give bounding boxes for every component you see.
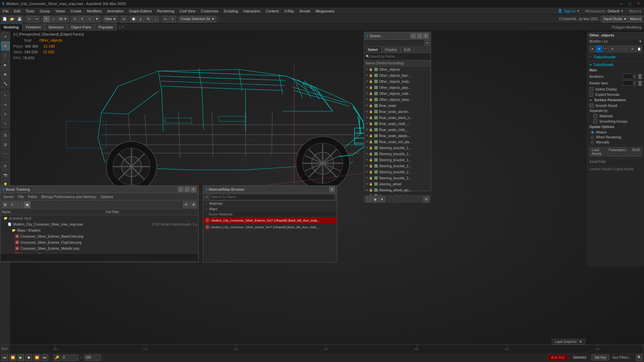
prev-frame-btn[interactable]: ⏪ <box>9 354 16 361</box>
asset-item-3[interactable]: RCrossover_Silver_Exterior_BaseColor.png <box>0 233 198 239</box>
render-iters-down[interactable]: ▼ <box>638 83 642 86</box>
mod-icon-sphere[interactable]: ● <box>589 46 595 52</box>
menu-file[interactable]: File <box>0 8 11 14</box>
scene-item-19[interactable]: 👁🔒steering_wheel <box>364 181 431 187</box>
scene-minimize[interactable]: ─ <box>411 33 416 39</box>
scale-btn[interactable]: ⤡ <box>86 16 93 22</box>
layer-explorer[interactable]: Layer Explorer ▼ <box>552 339 585 345</box>
redo-btn[interactable]: ↪ <box>33 16 40 22</box>
turbosmooth-item[interactable]: ✓ TurboSmooth <box>587 54 644 60</box>
motion-btn[interactable]: ▶ <box>1 60 10 69</box>
workspace-dropdown[interactable]: ▼ <box>621 9 624 13</box>
sbi-display[interactable]: ◉ <box>372 196 378 202</box>
pivot-btn[interactable]: ⊙ <box>120 16 127 22</box>
create-selection-btn[interactable]: Create Selection Se ▼ <box>179 16 216 22</box>
tab-populate[interactable]: Populate <box>95 23 116 31</box>
scene-item-14[interactable]: 👁🔒Steering_knuckle_1... <box>364 151 431 157</box>
scene-item-13[interactable]: 👁🔒Steering_knuckle_1... <box>364 145 431 151</box>
scale-tool[interactable]: ⤡ <box>1 119 10 128</box>
open-file-btn[interactable]: 📂 <box>9 16 15 22</box>
parameters-btn[interactable]: Parameters <box>606 147 629 157</box>
hierarchy-btn[interactable]: ⬡ <box>1 51 10 60</box>
asset-item-5[interactable]: RCrossover_Silver_Exterior_Metallic.png <box>0 245 198 251</box>
scene-item-12[interactable]: 👁🔒Rear_seats_red_pla... <box>364 139 431 145</box>
turbosmooth-check[interactable]: ✓ <box>589 55 592 59</box>
mod-icon-modifier[interactable]: ⚙ <box>596 46 602 52</box>
sign-in-btn[interactable]: Sign In <box>564 9 575 13</box>
tab-object-paint[interactable]: Object Paint <box>67 23 95 31</box>
minimize-btn[interactable]: ─ <box>618 2 625 6</box>
macro-btn[interactable]: Macro1 <box>629 16 643 22</box>
menu-customize[interactable]: Customize <box>198 8 221 14</box>
key-filters-btn[interactable]: Key Filters... <box>610 355 633 360</box>
squid-studio-btn[interactable]: Squid Studio ▼ <box>602 16 628 22</box>
asset-item-4[interactable]: RCrossover_Silver_Exterior_FogColor.png <box>0 239 198 245</box>
auto-key-btn[interactable]: Auto Key <box>548 355 568 360</box>
asset-close[interactable]: ✕ <box>191 187 196 192</box>
display-btn[interactable]: ◉ <box>1 70 10 78</box>
sign-in-dropdown[interactable]: ▼ <box>577 9 580 13</box>
asset-restore[interactable]: □ <box>184 187 190 192</box>
modify-btn[interactable]: ⚙ <box>1 42 10 50</box>
move-btn[interactable]: ✛ <box>71 16 78 22</box>
tab-freeform[interactable]: Freeform <box>22 23 45 31</box>
scene-item-5[interactable]: 👁🔒Other_objects_wind... <box>364 97 431 103</box>
always-radio[interactable] <box>591 131 594 134</box>
asset-tab-bitmap[interactable]: Bitmap Performance and Memory <box>40 194 98 199</box>
mod-icon-graph[interactable]: 〰 <box>603 46 609 52</box>
scene-item-11[interactable]: 👁🔒Rear_seats_plastic... <box>364 133 431 139</box>
asset-tab-paths[interactable]: Paths <box>26 194 39 199</box>
mod-icon-paste[interactable]: 📋 <box>636 46 642 52</box>
sbi-layers[interactable]: ⬛ <box>366 196 372 202</box>
scene-item-10[interactable]: 👁🔒Rear_seats_cloth_... <box>364 127 431 133</box>
scene-tab-edit[interactable]: Edit <box>401 47 414 53</box>
search-btn[interactable]: 🔍 <box>636 354 643 361</box>
scene-item-9[interactable]: 👁🔒Rear_seats_cloth_... <box>364 121 431 127</box>
align-btn[interactable]: ≡ <box>169 16 176 22</box>
scene-item-17[interactable]: 👁🔒Steering_knuckle_2... <box>364 169 431 175</box>
scene-search-input[interactable] <box>370 55 429 58</box>
menu-civil-view[interactable]: Civil View <box>177 8 198 14</box>
scene-item-2[interactable]: 👁🔒Other_objects_body... <box>364 78 431 84</box>
scene-close-2[interactable]: ✕ <box>425 40 430 46</box>
asset-item-2[interactable]: 📁Maps / Shaders <box>0 227 198 233</box>
new-file-btn[interactable]: 📄 <box>1 16 8 22</box>
restore-btn[interactable]: □ <box>627 2 633 6</box>
menu-arnold[interactable]: Arnold <box>297 8 313 14</box>
menu-content[interactable]: Content <box>263 8 281 14</box>
render-iters-input[interactable] <box>623 80 636 86</box>
stop-btn[interactable]: ⏹ <box>25 354 32 361</box>
mod-icon-delete[interactable]: ✕ <box>609 46 615 52</box>
render-iters-up[interactable]: ▲ <box>638 81 642 83</box>
scene-item-0[interactable]: 👁🔒Other_objects <box>364 66 431 72</box>
timeline-track[interactable]: 160170180190200210220 <box>10 345 643 353</box>
mat-section-maps[interactable]: + Maps <box>203 206 337 212</box>
mod-icon-up[interactable]: ↑ <box>616 46 622 52</box>
explicit-checkbox[interactable] <box>589 93 593 97</box>
mat-section-materials[interactable]: + Materials <box>203 201 337 206</box>
scene-item-18[interactable]: 👁🔒Steering_knuckle_2... <box>364 175 431 181</box>
mod-icon-down[interactable]: ↓ <box>623 46 629 52</box>
asset-tb-icon2[interactable]: ≡ <box>9 201 16 208</box>
close-btn[interactable]: ✕ <box>635 1 642 6</box>
key-mode-btn[interactable]: 🔑 <box>54 354 60 361</box>
scene-close[interactable]: ✕ <box>423 33 429 39</box>
scale-dropdown[interactable]: ▼ <box>94 16 100 22</box>
iterations-down[interactable]: ▼ <box>638 77 642 79</box>
next-frame-btn[interactable]: ⏩ <box>34 354 40 361</box>
menu-edit[interactable]: Edit <box>11 8 23 14</box>
when-rendering-radio[interactable] <box>591 136 594 139</box>
scene-item-7[interactable]: 👁🔒Rear_seats_alumin... <box>364 109 431 115</box>
menu-views[interactable]: Views <box>53 8 68 14</box>
asset-tb-icon4[interactable]: ◼ <box>24 201 31 208</box>
tab-selection[interactable]: Selection <box>45 23 67 31</box>
scene-item-16[interactable]: 👁🔒Steering_knuckle_2... <box>364 163 431 169</box>
asset-panel-titlebar[interactable]: 3 Asset Tracking ─ □ ✕ <box>0 186 198 193</box>
scene-item-6[interactable]: 👁🔒Rear_seats <box>364 103 431 109</box>
select-tool[interactable]: ↖ <box>1 91 10 100</box>
isoline-checkbox[interactable] <box>589 87 593 91</box>
asset-minimize[interactable]: ─ <box>178 187 183 192</box>
asset-tab-server[interactable]: Server <box>2 194 15 199</box>
layer-explorer-dropdown[interactable]: ▼ <box>579 340 582 344</box>
mod-icon-copy[interactable]: ⎘ <box>629 46 635 52</box>
